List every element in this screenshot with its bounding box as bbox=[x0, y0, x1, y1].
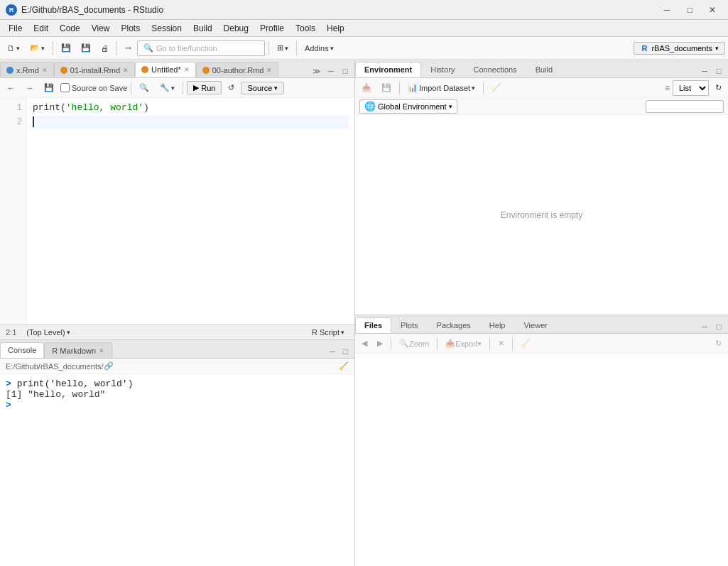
tab-packages[interactable]: Packages bbox=[428, 317, 480, 333]
files-refresh-icon: ↻ bbox=[715, 339, 722, 348]
console-clear-icon[interactable]: 🧹 bbox=[339, 361, 349, 371]
zoom-button[interactable]: 🔍 Zoom bbox=[396, 336, 433, 352]
console-expand-button[interactable]: □ bbox=[339, 345, 352, 358]
tab-viewer[interactable]: Viewer bbox=[514, 317, 556, 333]
new-file-button[interactable]: 🗋▾ bbox=[3, 40, 24, 57]
save-all-button[interactable]: 💾 bbox=[77, 40, 95, 57]
env-expand-button[interactable]: □ bbox=[712, 65, 725, 77]
source-dropdown-icon: ▾ bbox=[274, 85, 278, 92]
menu-plots[interactable]: Plots bbox=[116, 22, 146, 35]
tab-close-install[interactable]: ✕ bbox=[123, 67, 129, 74]
menu-code[interactable]: Code bbox=[54, 22, 86, 35]
files-forward-button[interactable]: ▶ bbox=[374, 336, 386, 352]
export-icon: 📤 bbox=[445, 339, 455, 348]
rerun-button[interactable]: ↺ bbox=[224, 80, 239, 96]
global-env-dropdown-icon: ▾ bbox=[449, 103, 452, 110]
tab-author[interactable]: 00-author.Rmd ✕ bbox=[196, 62, 279, 77]
tab-plots[interactable]: Plots bbox=[391, 317, 427, 333]
menu-session[interactable]: Session bbox=[146, 22, 188, 35]
env-search-input[interactable] bbox=[646, 100, 724, 113]
env-menu-icon: ≡ bbox=[665, 83, 670, 93]
rmarkdown-close[interactable]: ✕ bbox=[99, 347, 104, 354]
code-content[interactable]: print('hello, world') bbox=[27, 98, 354, 324]
tab-connections[interactable]: Connections bbox=[464, 62, 526, 77]
files-clear-button[interactable]: 🧹 bbox=[517, 336, 534, 352]
tab-environment[interactable]: Environment bbox=[355, 62, 421, 77]
tab-collapse-button[interactable]: ─ bbox=[325, 65, 337, 77]
go-to-file-input[interactable]: 🔍 Go to file/function bbox=[137, 40, 265, 56]
files-collapse-button[interactable]: ─ bbox=[698, 320, 711, 333]
tab-history[interactable]: History bbox=[421, 62, 464, 77]
env-load-icon: 📥 bbox=[362, 83, 371, 92]
files-refresh-button[interactable]: ↻ bbox=[712, 336, 725, 352]
menu-build[interactable]: Build bbox=[188, 22, 218, 35]
open-file-button[interactable]: 📂▾ bbox=[26, 40, 49, 57]
files-expand-button[interactable]: □ bbox=[712, 320, 725, 333]
import-dataset-button[interactable]: 📊 Import Dataset ▾ bbox=[404, 80, 479, 96]
files-forward-icon: ▶ bbox=[377, 339, 383, 348]
menu-debug[interactable]: Debug bbox=[218, 22, 254, 35]
addins-button[interactable]: Addins ▾ bbox=[300, 40, 338, 57]
project-selector[interactable]: R rBAS_documents ▾ bbox=[634, 42, 725, 55]
close-button[interactable]: ✕ bbox=[702, 2, 722, 18]
tab-console[interactable]: Console bbox=[0, 342, 44, 358]
code-editor[interactable]: 1 2 print('hello, world') bbox=[0, 98, 354, 324]
menu-file[interactable]: File bbox=[3, 22, 28, 35]
tab-close-untitled[interactable]: ✕ bbox=[184, 66, 190, 73]
files-back-button[interactable]: ◀ bbox=[358, 336, 371, 352]
env-clear-button[interactable]: 🧹 bbox=[488, 80, 505, 96]
tab-close-author[interactable]: ✕ bbox=[266, 67, 272, 74]
scope-selector[interactable]: (Top Level) ▾ bbox=[22, 326, 74, 339]
editor-back-button[interactable]: ← bbox=[3, 80, 19, 96]
tab-install[interactable]: 01-install.Rmd ✕ bbox=[54, 62, 135, 77]
print-button[interactable]: 🖨 bbox=[97, 40, 113, 57]
tab-xrmd[interactable]: x.Rmd ✕ bbox=[0, 62, 54, 77]
files-clear-icon: 🧹 bbox=[521, 339, 531, 348]
zoom-label: Zoom bbox=[409, 339, 429, 348]
toolbar-separator-3 bbox=[268, 41, 269, 55]
maximize-button[interactable]: □ bbox=[680, 2, 700, 18]
menu-view[interactable]: View bbox=[86, 22, 116, 35]
tab-help[interactable]: Help bbox=[480, 317, 515, 333]
console-line-1: > print('hello, world') bbox=[6, 379, 349, 389]
export-button[interactable]: 📤 Export ▾ bbox=[442, 336, 485, 352]
minimize-button[interactable]: ─ bbox=[657, 2, 677, 18]
env-collapse-button[interactable]: ─ bbox=[698, 65, 711, 77]
forward-arrow-icon: → bbox=[26, 84, 33, 92]
go-to-placeholder: Go to file/function bbox=[156, 44, 217, 53]
editor-save-button[interactable]: 💾 bbox=[40, 80, 58, 96]
tab-close-xrmd[interactable]: ✕ bbox=[42, 67, 48, 74]
tab-expand-button[interactable]: □ bbox=[339, 65, 352, 77]
menu-edit[interactable]: Edit bbox=[28, 22, 54, 35]
menu-profile[interactable]: Profile bbox=[254, 22, 290, 35]
save-button[interactable]: 💾 bbox=[57, 40, 75, 57]
packages-tab-label: Packages bbox=[437, 321, 471, 330]
menu-help[interactable]: Help bbox=[321, 22, 350, 35]
tab-build[interactable]: Build bbox=[526, 62, 562, 77]
tab-more-button[interactable]: ≫ bbox=[310, 65, 323, 77]
run-button[interactable]: ▶ Run bbox=[187, 81, 222, 94]
tab-untitled[interactable]: Untitled* ✕ bbox=[135, 62, 196, 77]
env-save-button[interactable]: 💾 bbox=[378, 80, 395, 96]
script-type-selector[interactable]: R Script ▾ bbox=[308, 326, 349, 339]
grid-view-button[interactable]: ⊞▾ bbox=[273, 40, 293, 57]
tab-rmarkdown[interactable]: R Markdown ✕ bbox=[44, 342, 112, 358]
console-output[interactable]: > print('hello, world') [1] "hello, worl… bbox=[0, 374, 354, 566]
env-refresh-button[interactable]: ↻ bbox=[712, 80, 725, 96]
tab-icon-untitled bbox=[141, 66, 148, 73]
files-remove-button[interactable]: ✕ bbox=[494, 336, 508, 352]
env-view-dropdown[interactable]: List Grid bbox=[673, 80, 709, 96]
script-type-label: R Script bbox=[312, 328, 339, 337]
tab-files[interactable]: Files bbox=[355, 317, 391, 333]
env-load-button[interactable]: 📥 bbox=[358, 80, 375, 96]
menu-tools[interactable]: Tools bbox=[290, 22, 321, 35]
editor-search-button[interactable]: 🔍 bbox=[135, 80, 153, 96]
console-collapse-button[interactable]: ─ bbox=[326, 345, 339, 358]
global-env-button[interactable]: 🌐 Global Environment ▾ bbox=[359, 99, 457, 114]
line-num-1: 1 bbox=[0, 101, 26, 115]
project-dropdown-icon: ▾ bbox=[715, 45, 719, 52]
editor-tools-button[interactable]: 🔧▾ bbox=[156, 80, 179, 96]
editor-forward-button[interactable]: → bbox=[21, 80, 38, 96]
source-on-save-checkbox[interactable] bbox=[60, 83, 70, 92]
source-button[interactable]: Source ▾ bbox=[241, 82, 284, 94]
